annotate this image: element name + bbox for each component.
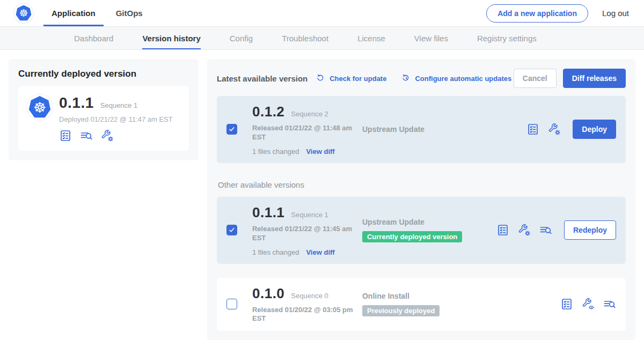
- app-logo: ☸: [14, 4, 33, 23]
- deploy-logs-icon[interactable]: [603, 298, 616, 311]
- currently-deployed-panel: Currently deployed version ☸ 0.1.1 Seque…: [9, 59, 199, 160]
- edit-config-icon[interactable]: [101, 129, 114, 142]
- app-icon: ☸: [27, 94, 53, 120]
- version-number: 0.1.2: [252, 104, 284, 120]
- deploy-button[interactable]: Deploy: [573, 120, 616, 139]
- version-number: 0.1.1: [252, 204, 284, 221]
- version-row-0-1-1: 0.1.1 Sequence 1 Released 01/21/22 @ 11:…: [217, 197, 626, 264]
- main-content: Currently deployed version ☸ 0.1.1 Seque…: [0, 50, 644, 340]
- released-timestamp: Released 01/20/22 @ 03:05 pm EST: [252, 306, 357, 324]
- released-timestamp: Released 01/21/22 @ 11:45 am EST: [252, 225, 357, 243]
- tab-registry-settings[interactable]: Registry settings: [477, 27, 537, 49]
- diff-releases-button[interactable]: Diff releases: [563, 69, 626, 88]
- version-checkbox[interactable]: [226, 225, 237, 235]
- version-checkbox[interactable]: [226, 299, 237, 309]
- currently-deployed-badge: Currently deployed version: [362, 231, 462, 242]
- redeploy-button[interactable]: Redeploy: [564, 220, 616, 240]
- version-checkbox[interactable]: [226, 124, 237, 135]
- files-changed-label: 1 files changed: [252, 147, 299, 156]
- sequence-label: Sequence 2: [291, 110, 328, 118]
- tab-gitops[interactable]: GitOps: [116, 0, 143, 26]
- deployed-panel-title: Currently deployed version: [18, 69, 189, 79]
- configure-automatic-updates-link[interactable]: Configure automatic updates: [401, 73, 511, 83]
- top-nav-right: Add a new application Log out: [486, 4, 644, 23]
- version-row-0-1-0: 0.1.0 Sequence 0 Released 01/20/22 @ 03:…: [217, 278, 626, 331]
- tab-troubleshoot[interactable]: Troubleshoot: [282, 27, 328, 49]
- released-timestamp: Released 01/21/22 @ 11:48 am EST: [252, 124, 357, 142]
- version-source-label: Upstream Update: [362, 125, 425, 134]
- app-sub-nav: Dashboard Version history Config Trouble…: [0, 27, 644, 50]
- version-number: 0.1.0: [252, 285, 284, 302]
- view-diff-link[interactable]: View diff: [306, 147, 334, 156]
- top-nav: ☸ Application GitOps Add a new applicati…: [0, 0, 644, 27]
- tab-dashboard[interactable]: Dashboard: [74, 27, 113, 49]
- view-diff-link[interactable]: View diff: [306, 248, 334, 256]
- view-config-icon[interactable]: [582, 298, 595, 311]
- previously-deployed-badge: Previously deployed: [362, 305, 440, 316]
- cancel-button[interactable]: Cancel: [514, 69, 557, 88]
- tab-config[interactable]: Config: [230, 27, 253, 49]
- schedule-update-icon: [401, 73, 411, 83]
- add-application-button[interactable]: Add a new application: [486, 4, 588, 23]
- preflight-checks-icon[interactable]: [496, 224, 509, 236]
- version-source-label: Online Install: [362, 292, 409, 300]
- other-versions-title: Other available versions: [218, 180, 626, 189]
- check-for-update-link[interactable]: Check for update: [316, 73, 386, 83]
- latest-version-title: Latest available version: [217, 74, 308, 83]
- files-changed-label: 1 files changed: [252, 248, 299, 256]
- deployed-sequence-label: Sequence 1: [100, 101, 137, 109]
- deployed-version-number: 0.1.1: [59, 94, 94, 112]
- version-source-label: Upstream Update: [362, 218, 425, 226]
- sequence-label: Sequence 1: [291, 211, 328, 219]
- preflight-checks-icon[interactable]: [59, 129, 72, 142]
- edit-config-icon[interactable]: [548, 123, 561, 136]
- deployed-timestamp: Deployed 01/21/22 @ 11:47 am EST: [59, 115, 173, 123]
- tab-view-files[interactable]: View files: [414, 27, 448, 49]
- tab-license[interactable]: License: [357, 27, 385, 49]
- refresh-icon: [316, 73, 326, 83]
- preflight-checks-icon[interactable]: [526, 123, 539, 136]
- tab-application[interactable]: Application: [52, 0, 96, 26]
- deploy-logs-icon[interactable]: [539, 224, 552, 236]
- kubernetes-logo-icon: ☸: [28, 96, 51, 119]
- version-row-0-1-2: 0.1.2 Sequence 2 Released 01/21/22 @ 11:…: [217, 96, 626, 163]
- tab-version-history[interactable]: Version history: [142, 27, 200, 49]
- edit-config-icon[interactable]: [518, 224, 531, 236]
- version-history-panel: Latest available version Check for updat…: [207, 59, 635, 340]
- kubernetes-logo-icon: ☸: [16, 5, 32, 21]
- preflight-checks-icon[interactable]: [560, 298, 573, 311]
- sequence-label: Sequence 0: [291, 292, 328, 300]
- deployed-version-card: ☸ 0.1.1 Sequence 1 Deployed 01/21/22 @ 1…: [18, 86, 189, 151]
- logout-link[interactable]: Log out: [602, 9, 629, 18]
- top-nav-tabs: Application GitOps: [52, 0, 143, 26]
- deploy-logs-icon[interactable]: [80, 129, 93, 142]
- updates-header: Latest available version Check for updat…: [217, 69, 626, 88]
